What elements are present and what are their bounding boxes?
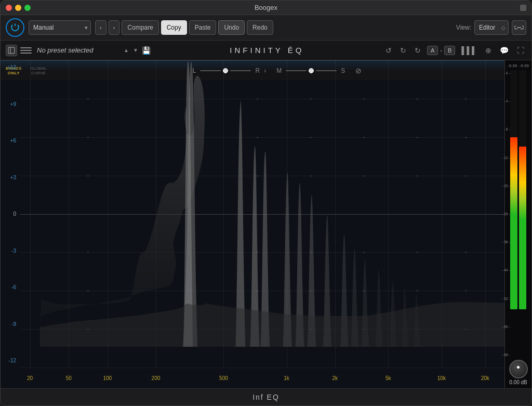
- vu-meter: -9.99 -9.99 - 0 - - 4 - - 8 - - 12 - - 2…: [504, 60, 531, 388]
- minimize-button[interactable]: [15, 5, 21, 11]
- y-label-9n: -9: [3, 321, 18, 327]
- app-title: Inf EQ: [1, 388, 531, 405]
- view-label: View:: [456, 24, 471, 31]
- vu-right-label: -9.99: [520, 63, 529, 68]
- preset-dropdown-wrapper: Manual: [29, 20, 91, 35]
- title-bar: Boogex: [1, 1, 531, 15]
- spectrum-icon[interactable]: ▌▌▌: [459, 45, 479, 56]
- ab-arrow: ›: [440, 47, 442, 54]
- forward-button[interactable]: ›: [109, 20, 120, 35]
- copy-button[interactable]: Copy: [161, 20, 187, 35]
- x-label-5k: 5k: [385, 375, 391, 381]
- expand-icon[interactable]: ⛶: [515, 45, 526, 56]
- resize-button[interactable]: [520, 5, 526, 11]
- vu-scale-0: - 0 -: [496, 71, 510, 75]
- y-axis: +12 +9 +6 +3 0 -3 -6 -9 -12: [1, 60, 20, 368]
- cursor-icon[interactable]: ⊕: [483, 45, 494, 56]
- back-button[interactable]: ‹: [95, 20, 107, 35]
- controls-bar: Manual ‹ › Compare Copy Paste Undo Redo …: [1, 15, 531, 41]
- vu-fill-right: [519, 147, 526, 309]
- vu-knob-indicator: [517, 366, 520, 369]
- x-label-20: 20: [27, 375, 33, 381]
- view-select[interactable]: Editor: [474, 20, 509, 35]
- view-controls: View: Editor: [456, 20, 526, 35]
- x-label-2k: 2k: [332, 375, 338, 381]
- x-label-50: 50: [66, 375, 72, 381]
- y-label-9p: +9: [3, 101, 18, 107]
- vu-knob[interactable]: [509, 360, 528, 378]
- vu-scale-20: - 20 -: [496, 184, 510, 188]
- y-label-3p: +3: [3, 175, 18, 180]
- x-label-500: 500: [219, 375, 228, 381]
- view-select-wrapper: Editor: [474, 20, 509, 35]
- vu-bars: - 0 - - 4 - - 8 - - 12 - - 20 - - 29 - -…: [510, 70, 526, 358]
- save-icon[interactable]: 💾: [142, 46, 151, 55]
- x-label-100: 100: [103, 375, 112, 381]
- x-label-10k: 10k: [437, 375, 446, 381]
- vu-db-value: 0.00 dB: [509, 379, 527, 385]
- vu-scale-29: - 29 -: [496, 212, 510, 216]
- maximize-button[interactable]: [24, 5, 31, 11]
- vu-bar-left: [510, 70, 517, 309]
- redo-button[interactable]: Redo: [247, 20, 273, 35]
- preset-down-arrow[interactable]: ▼: [131, 46, 140, 54]
- vu-scale-8: - 8 -: [496, 127, 510, 131]
- x-label-20k: 20k: [481, 375, 489, 381]
- undo-button[interactable]: Undo: [218, 20, 245, 35]
- infinity-eq-logo: INFINITY ĒQ: [151, 46, 383, 55]
- ab-controls: A › B: [427, 46, 455, 55]
- y-label-3n: -3: [3, 248, 18, 254]
- power-button[interactable]: [6, 18, 24, 37]
- sidebar-icon[interactable]: [6, 45, 17, 56]
- vu-scale: - 0 - - 4 - - 8 - - 12 - - 20 - - 29 - -…: [496, 70, 510, 358]
- undo-icon[interactable]: ↺: [383, 45, 394, 56]
- y-label-6n: -6: [3, 284, 18, 290]
- y-label-12p: +12: [3, 64, 18, 70]
- vu-scale-4: - 4 -: [496, 99, 510, 103]
- vu-scale-68: - 68 -: [496, 353, 510, 357]
- y-label-0: 0: [3, 211, 18, 217]
- comment-icon[interactable]: 💬: [498, 45, 511, 56]
- main-area: +12 +9 +6 +3 0 -3 -6 -9 -12: [1, 60, 531, 388]
- link-button[interactable]: [512, 20, 526, 35]
- vu-scale-60: - 60 -: [496, 325, 510, 329]
- secondary-right: ↺ ↻ ↻ A › B ▌▌▌ ⊕ 💬 ⛶: [383, 45, 526, 56]
- window-title: Boogex: [255, 4, 277, 11]
- v-line-20: [30, 60, 31, 368]
- toolbar-buttons: ‹ › Compare Copy Paste Undo Redo: [95, 20, 273, 35]
- hamburger-icon[interactable]: [20, 45, 32, 56]
- preset-name: No preset selected: [37, 46, 120, 54]
- y-label-12n: -12: [3, 358, 18, 363]
- x-label-200: 200: [152, 375, 161, 381]
- x-axis: 20 50 100 200 500 1k 2k 5k 10k 20k: [20, 368, 504, 388]
- loop-icon[interactable]: ↻: [413, 45, 423, 56]
- svg-rect-0: [8, 47, 15, 54]
- vu-knob-area: 0.00 dB: [509, 360, 528, 385]
- vu-scale-12: - 12 -: [496, 156, 510, 160]
- y-label-6p: +6: [3, 138, 18, 143]
- vu-fill-left: [510, 137, 517, 309]
- main-window: Boogex Manual ‹ › Compare Copy Paste Und…: [0, 0, 532, 406]
- vu-left-label: -9.99: [508, 63, 517, 68]
- window-controls: [6, 5, 31, 11]
- vu-scale-52: - 52 -: [496, 297, 510, 300]
- b-button[interactable]: B: [444, 46, 455, 55]
- preset-arrows: ▲ ▼: [122, 46, 140, 54]
- preset-dropdown[interactable]: Manual: [29, 20, 91, 35]
- spectrum-display: [40, 60, 504, 347]
- secondary-bar: No preset selected ▲ ▼ 💾 INFINITY ĒQ ↺ ↻…: [1, 41, 531, 60]
- vu-bar-right: [519, 70, 526, 309]
- grid-area: + + + + + + + + + + + + + + + + + + + +: [20, 60, 504, 368]
- a-button[interactable]: A: [427, 46, 438, 55]
- paste-button[interactable]: Paste: [189, 20, 217, 35]
- compare-button[interactable]: Compare: [122, 20, 158, 35]
- close-button[interactable]: [6, 5, 12, 11]
- vu-scale-44: - 44 -: [496, 268, 510, 272]
- vu-labels-top: -9.99 -9.99: [507, 63, 529, 68]
- eq-canvas[interactable]: +12 +9 +6 +3 0 -3 -6 -9 -12: [1, 60, 504, 388]
- preset-up-arrow[interactable]: ▲: [122, 46, 130, 54]
- x-label-1k: 1k: [284, 375, 289, 381]
- redo-icon[interactable]: ↻: [398, 45, 408, 56]
- vu-scale-36: - 36 -: [496, 240, 510, 244]
